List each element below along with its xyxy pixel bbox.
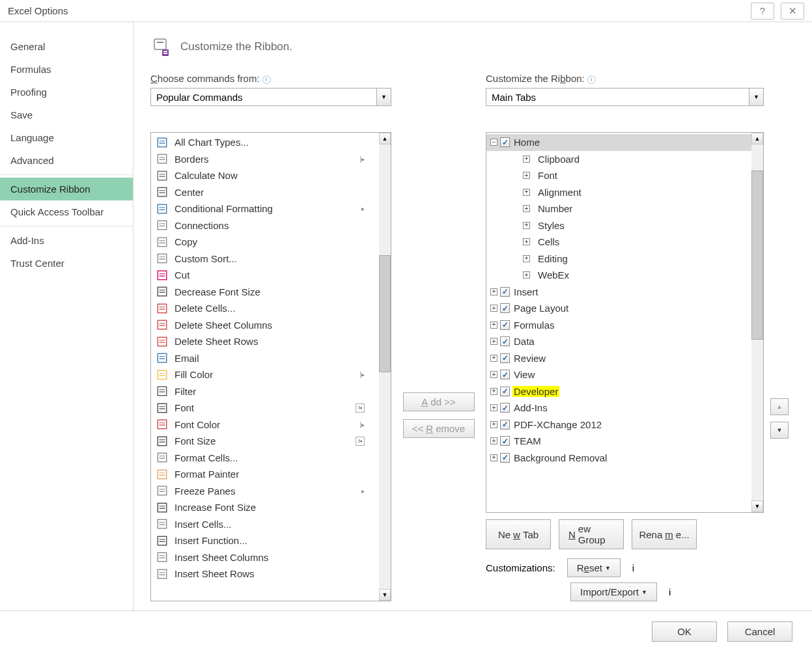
command-item[interactable]: Decrease Font Size bbox=[151, 284, 379, 301]
command-item[interactable]: Delete Sheet Columns bbox=[151, 317, 379, 334]
info-icon[interactable]: i bbox=[632, 562, 634, 573]
tree-group-item[interactable]: +Alignment bbox=[486, 184, 751, 201]
tab-checkbox[interactable]: ✓ bbox=[500, 336, 510, 346]
add-button[interactable]: Add >> bbox=[403, 392, 475, 411]
tree-tab-item[interactable]: +✓Review bbox=[486, 350, 751, 367]
sidebar-item-save[interactable]: Save bbox=[0, 103, 133, 126]
tree-tab-item[interactable]: +✓Add-Ins bbox=[486, 400, 751, 417]
expand-toggle-icon[interactable]: + bbox=[490, 305, 497, 312]
tree-group-item[interactable]: +Clipboard bbox=[486, 151, 751, 168]
scroll-up-icon[interactable]: ▲ bbox=[751, 133, 763, 144]
import-export-button[interactable]: Import/Export ▼ bbox=[570, 582, 657, 601]
tree-tab-item[interactable]: +✓Page Layout bbox=[486, 300, 751, 317]
dropdown-arrow-icon[interactable]: ▼ bbox=[749, 89, 763, 105]
expand-toggle-icon[interactable]: − bbox=[490, 139, 497, 146]
command-item[interactable]: Connections bbox=[151, 217, 379, 234]
command-item[interactable]: Copy bbox=[151, 234, 379, 251]
command-item[interactable]: Delete Sheet Rows bbox=[151, 333, 379, 350]
command-item[interactable]: Insert Sheet Columns bbox=[151, 549, 379, 566]
expand-toggle-icon[interactable]: + bbox=[523, 156, 530, 163]
tree-group-item[interactable]: +Editing bbox=[486, 251, 751, 267]
reset-button[interactable]: Reset ▼ bbox=[567, 558, 621, 577]
command-item[interactable]: Insert Sheet Rows bbox=[151, 566, 379, 582]
tree-group-item[interactable]: +Font bbox=[486, 167, 751, 184]
remove-button[interactable]: << Remove bbox=[403, 419, 475, 438]
command-item[interactable]: Increase Font Size bbox=[151, 499, 379, 516]
commands-from-dropdown[interactable]: Popular Commands ▼ bbox=[150, 88, 391, 106]
help-button[interactable]: ? bbox=[751, 3, 774, 20]
command-item[interactable]: Center bbox=[151, 184, 379, 201]
info-icon[interactable]: i bbox=[669, 586, 671, 597]
command-item[interactable]: FontI▾ bbox=[151, 400, 379, 417]
info-icon[interactable]: i bbox=[262, 75, 271, 84]
scroll-down-icon[interactable]: ▼ bbox=[751, 500, 763, 512]
tab-checkbox[interactable]: ✓ bbox=[500, 320, 510, 330]
command-item[interactable]: Format Painter bbox=[151, 466, 379, 483]
sidebar-item-quick-access[interactable]: Quick Access Toolbar bbox=[0, 200, 133, 223]
expand-toggle-icon[interactable]: + bbox=[490, 355, 497, 362]
command-item[interactable]: Filter bbox=[151, 383, 379, 400]
command-item[interactable]: Email bbox=[151, 350, 379, 367]
sidebar-item-language[interactable]: Language bbox=[0, 126, 133, 149]
command-item[interactable]: Insert Function... bbox=[151, 532, 379, 549]
tree-group-item[interactable]: +Styles bbox=[486, 217, 751, 234]
scroll-thumb[interactable] bbox=[751, 171, 763, 340]
tree-group-item[interactable]: +Number bbox=[486, 200, 751, 217]
sidebar-item-formulas[interactable]: Formulas bbox=[0, 58, 133, 81]
command-item[interactable]: Cut bbox=[151, 267, 379, 284]
command-item[interactable]: All Chart Types... bbox=[151, 134, 379, 151]
expand-toggle-icon[interactable]: + bbox=[490, 421, 497, 428]
command-item[interactable]: Conditional Formatting▸ bbox=[151, 200, 379, 217]
ribbon-tree[interactable]: −✓Home+Clipboard+Font+Alignment+Number+S… bbox=[486, 132, 764, 513]
new-tab-button[interactable]: New Tab bbox=[486, 519, 551, 549]
expand-toggle-icon[interactable]: + bbox=[490, 288, 497, 295]
commands-listbox[interactable]: All Chart Types...Borders|▸Calculate Now… bbox=[150, 132, 391, 601]
move-up-button[interactable]: ▲ bbox=[770, 398, 789, 415]
expand-toggle-icon[interactable]: + bbox=[490, 454, 497, 461]
ribbon-tabs-dropdown[interactable]: Main Tabs ▼ bbox=[486, 88, 764, 106]
sidebar-item-trustcenter[interactable]: Trust Center bbox=[0, 252, 133, 275]
sidebar-item-proofing[interactable]: Proofing bbox=[0, 81, 133, 103]
expand-toggle-icon[interactable]: + bbox=[523, 205, 530, 212]
tab-checkbox[interactable]: ✓ bbox=[500, 137, 510, 147]
tree-tab-item[interactable]: +✓Data bbox=[486, 333, 751, 350]
commands-scrollbar[interactable]: ▲ ▼ bbox=[379, 133, 391, 601]
close-button[interactable]: ✕ bbox=[781, 3, 804, 20]
command-item[interactable]: Insert Cells... bbox=[151, 516, 379, 533]
expand-toggle-icon[interactable]: + bbox=[523, 255, 530, 262]
tab-checkbox[interactable]: ✓ bbox=[500, 303, 510, 313]
tree-tab-item[interactable]: +✓PDF-XChange 2012 bbox=[486, 417, 751, 433]
tree-tab-item[interactable]: +✓View bbox=[486, 366, 751, 383]
expand-toggle-icon[interactable]: + bbox=[490, 321, 497, 329]
dropdown-arrow-icon[interactable]: ▼ bbox=[376, 89, 391, 105]
command-item[interactable]: Calculate Now bbox=[151, 167, 379, 184]
info-icon[interactable]: i bbox=[587, 75, 596, 84]
tab-checkbox[interactable]: ✓ bbox=[500, 436, 510, 446]
expand-toggle-icon[interactable]: + bbox=[523, 271, 530, 279]
tree-tab-item[interactable]: +✓TEAM bbox=[486, 433, 751, 450]
sidebar-item-general[interactable]: General bbox=[0, 35, 133, 58]
tree-tab-item[interactable]: +✓Formulas bbox=[486, 317, 751, 334]
ribbon-scrollbar[interactable]: ▲ ▼ bbox=[751, 133, 763, 512]
tab-checkbox[interactable]: ✓ bbox=[500, 420, 510, 430]
expand-toggle-icon[interactable]: + bbox=[490, 371, 497, 378]
command-item[interactable]: Format Cells... bbox=[151, 450, 379, 467]
expand-toggle-icon[interactable]: + bbox=[523, 172, 530, 179]
expand-toggle-icon[interactable]: + bbox=[523, 222, 530, 229]
tab-checkbox[interactable]: ✓ bbox=[500, 353, 510, 363]
rename-button[interactable]: Rename... bbox=[632, 519, 697, 549]
tree-tab-item[interactable]: +✓Background Removal bbox=[486, 450, 751, 467]
command-item[interactable]: Custom Sort... bbox=[151, 251, 379, 267]
scroll-up-icon[interactable]: ▲ bbox=[379, 133, 391, 144]
expand-toggle-icon[interactable]: + bbox=[490, 338, 497, 345]
expand-toggle-icon[interactable]: + bbox=[490, 388, 497, 395]
tab-checkbox[interactable]: ✓ bbox=[500, 453, 510, 463]
ok-button[interactable]: OK bbox=[652, 622, 717, 642]
command-item[interactable]: Delete Cells... bbox=[151, 300, 379, 317]
tree-tab-item[interactable]: −✓Home bbox=[486, 134, 751, 151]
tree-tab-item[interactable]: +✓Developer bbox=[486, 383, 751, 400]
tab-checkbox[interactable]: ✓ bbox=[500, 370, 510, 379]
sidebar-item-customize-ribbon[interactable]: Customize Ribbon bbox=[0, 178, 133, 200]
sidebar-item-addins[interactable]: Add-Ins bbox=[0, 229, 133, 252]
expand-toggle-icon[interactable]: + bbox=[523, 189, 530, 196]
